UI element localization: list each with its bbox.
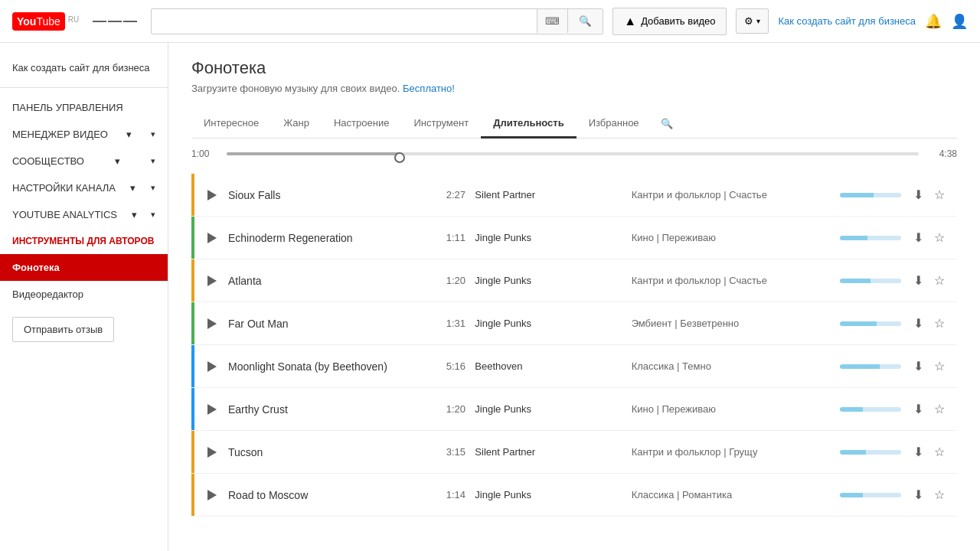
sidebar-item-community[interactable]: СООБЩЕСТВО ▾ xyxy=(0,148,168,174)
download-icon[interactable]: ⬇ xyxy=(913,359,923,373)
star-icon[interactable]: ☆ xyxy=(934,402,945,416)
track-artist: Jingle Punks xyxy=(475,403,631,415)
play-icon[interactable] xyxy=(202,315,220,333)
star-icon[interactable]: ☆ xyxy=(934,445,945,459)
download-icon[interactable]: ⬇ xyxy=(913,445,923,459)
download-icon[interactable]: ⬇ xyxy=(913,402,923,416)
download-icon[interactable]: ⬇ xyxy=(913,273,923,288)
track-duration: 1:31 xyxy=(436,318,475,329)
track-artist: Beethoven xyxy=(475,360,631,372)
track-color-bar xyxy=(191,474,194,516)
track-artist: Jingle Punks xyxy=(475,275,631,286)
tab-genre[interactable]: Жанр xyxy=(271,109,322,139)
tab-mood[interactable]: Настроение xyxy=(322,109,401,139)
search-button[interactable]: 🔍 xyxy=(567,9,603,33)
chevron-down-icon: ▾ xyxy=(756,17,760,25)
track-row: Moonlight Sonata (by Beethoven) 5:16 Bee… xyxy=(191,345,957,388)
tab-duration[interactable]: Длительность xyxy=(481,109,577,139)
play-icon[interactable] xyxy=(202,229,220,247)
play-icon[interactable] xyxy=(202,486,220,504)
hamburger-menu[interactable] xyxy=(88,15,142,28)
play-icon[interactable] xyxy=(202,357,220,376)
logo-yt: YouTube xyxy=(12,12,65,31)
track-genre: Кино | Переживаю xyxy=(632,403,840,415)
gear-icon: ⚙ xyxy=(744,15,753,27)
filter-tabs: Интересное Жанр Настроение Инструмент Дл… xyxy=(191,109,957,139)
track-actions: ⬇ ☆ xyxy=(913,359,957,373)
sidebar-item-videoeditor[interactable]: Видеоредактор xyxy=(0,281,168,308)
header: YouTube RU ⌨ 🔍 ▲ Добавить видео ⚙ ▾ Как … xyxy=(0,0,980,43)
track-play-button[interactable] xyxy=(191,486,222,504)
sidebar-item-fonoteka[interactable]: Фонотека xyxy=(0,254,168,281)
download-icon[interactable]: ⬇ xyxy=(913,187,923,202)
star-icon[interactable]: ☆ xyxy=(934,359,945,373)
track-play-button[interactable] xyxy=(191,229,222,247)
chevron-right-icon: ▾ xyxy=(115,155,120,167)
slider-thumb[interactable] xyxy=(394,152,405,163)
tab-instrument[interactable]: Инструмент xyxy=(401,109,481,139)
track-play-button[interactable] xyxy=(191,357,222,376)
play-icon[interactable] xyxy=(202,186,220,204)
track-duration: 1:11 xyxy=(436,232,475,243)
track-genre: Классика | Темно xyxy=(632,360,840,372)
track-row: Sioux Falls 2:27 Silent Partner Кантри и… xyxy=(191,174,957,217)
sidebar-item-analytics[interactable]: YOUTUBE ANALYTICS ▾ xyxy=(0,201,168,228)
track-mood-bar xyxy=(840,236,901,240)
star-icon[interactable]: ☆ xyxy=(934,187,945,202)
track-duration: 1:14 xyxy=(436,489,475,500)
search-input[interactable] xyxy=(152,9,537,34)
track-actions: ⬇ ☆ xyxy=(913,230,957,245)
duration-bar: 1:00 4:38 xyxy=(191,139,957,174)
svg-marker-3 xyxy=(207,318,217,329)
track-row: Atlanta 1:20 Jingle Punks Кантри и фольк… xyxy=(191,259,957,302)
download-icon[interactable]: ⬇ xyxy=(913,230,923,245)
play-icon[interactable] xyxy=(202,443,220,461)
search-bar: ⌨ 🔍 xyxy=(151,8,603,34)
sidebar-promo: Как создать сайт для бизнеса xyxy=(0,55,168,88)
sidebar-item-videos[interactable]: МЕНЕДЖЕР ВИДЕО ▾ xyxy=(0,121,168,148)
track-actions: ⬇ ☆ xyxy=(913,273,957,288)
promo-link[interactable]: Как создать сайт для бизнеса xyxy=(778,15,916,27)
duration-end: 4:38 xyxy=(926,148,957,159)
track-duration: 1:20 xyxy=(436,403,475,415)
account-icon[interactable]: 👤 xyxy=(951,13,968,30)
play-icon[interactable] xyxy=(202,272,220,290)
star-icon[interactable]: ☆ xyxy=(934,273,945,288)
star-icon[interactable]: ☆ xyxy=(934,230,945,245)
track-play-button[interactable] xyxy=(191,443,222,461)
logo[interactable]: YouTube RU xyxy=(12,12,79,31)
track-play-button[interactable] xyxy=(191,400,222,419)
track-genre: Кантри и фольклор | Счастье xyxy=(632,275,840,286)
track-duration: 2:27 xyxy=(436,189,475,201)
settings-button[interactable]: ⚙ ▾ xyxy=(736,8,769,34)
track-genre: Эмбиент | Безветренно xyxy=(632,318,840,329)
tab-interesting[interactable]: Интересное xyxy=(191,109,271,139)
track-list: Sioux Falls 2:27 Silent Partner Кантри и… xyxy=(191,174,957,517)
track-row: Far Out Man 1:31 Jingle Punks Эмбиент | … xyxy=(191,302,957,345)
sidebar-item-panel[interactable]: ПАНЕЛЬ УПРАВЛЕНИЯ xyxy=(0,94,168,121)
track-mood-bar xyxy=(840,321,901,326)
track-artist: Silent Partner xyxy=(475,446,631,458)
track-mood-bar xyxy=(840,407,901,412)
download-icon[interactable]: ⬇ xyxy=(913,316,923,331)
track-actions: ⬇ ☆ xyxy=(913,487,957,502)
duration-slider[interactable] xyxy=(227,146,919,161)
track-play-button[interactable] xyxy=(191,272,222,290)
sidebar-item-channel[interactable]: НАСТРОЙКИ КАНАЛА ▾ xyxy=(0,174,168,201)
track-play-button[interactable] xyxy=(191,315,222,333)
star-icon[interactable]: ☆ xyxy=(934,316,945,331)
download-icon[interactable]: ⬇ xyxy=(913,487,923,502)
feedback-button[interactable]: Отправить отзыв xyxy=(12,317,114,342)
page-title: Фонотека xyxy=(191,58,957,78)
keyboard-button[interactable]: ⌨ xyxy=(537,9,567,33)
bell-icon[interactable]: 🔔 xyxy=(925,13,942,30)
play-icon[interactable] xyxy=(202,400,220,419)
tab-favorites[interactable]: Избранное xyxy=(577,109,652,139)
layout: Как создать сайт для бизнеса ПАНЕЛЬ УПРА… xyxy=(0,43,980,551)
track-actions: ⬇ ☆ xyxy=(913,402,957,416)
add-video-button[interactable]: ▲ Добавить видео xyxy=(612,8,727,35)
star-icon[interactable]: ☆ xyxy=(934,487,945,502)
filter-search-icon[interactable]: 🔍 xyxy=(652,110,682,137)
track-play-button[interactable] xyxy=(191,186,222,204)
track-color-bar xyxy=(191,174,194,216)
